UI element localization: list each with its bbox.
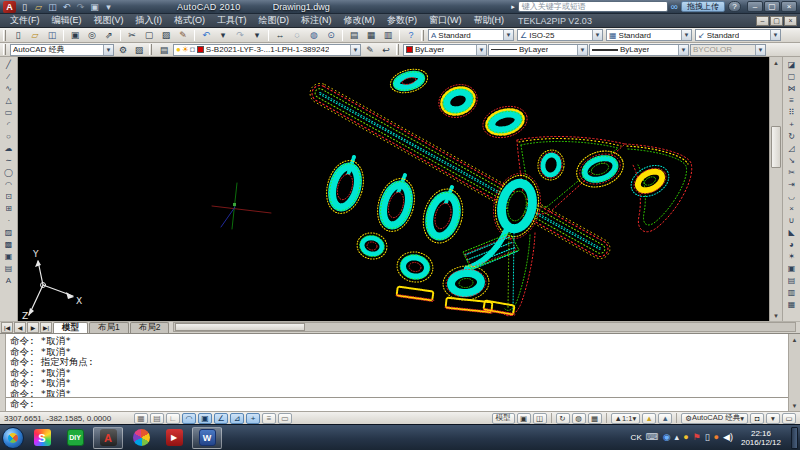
undo-menu-icon[interactable]: ▾ [215, 29, 231, 42]
coin-icon[interactable]: ● [683, 433, 688, 442]
linetype-combo[interactable]: ByLayer ▼ [488, 44, 588, 56]
toolbar-grip[interactable] [3, 30, 6, 41]
menu-item-6[interactable]: 绘图(D) [253, 14, 296, 27]
taskbar-app-word[interactable]: W [192, 427, 222, 449]
undo-icon[interactable]: ↶ [60, 1, 73, 13]
qp-toggle[interactable]: ▭ [278, 413, 292, 424]
menu-item-3[interactable]: 插入(I) [130, 14, 169, 27]
redo-icon[interactable]: ↷ [74, 1, 87, 13]
menu-item-4[interactable]: 格式(O) [168, 14, 211, 27]
toolbar-grip[interactable] [396, 44, 399, 55]
chevron-down-icon[interactable]: ▼ [770, 30, 780, 40]
start-button[interactable] [2, 427, 24, 449]
search-input[interactable]: 键入关键字或短语 [518, 1, 668, 12]
zoom-previous-icon[interactable]: ⊙ [323, 29, 339, 42]
vertical-scroll-thumb[interactable] [771, 126, 781, 168]
ime-indicator[interactable]: CK [631, 433, 642, 442]
layer-freeze-sun-icon[interactable]: ☀ [182, 45, 189, 54]
plot-icon[interactable]: ▣ [67, 29, 83, 42]
comm-collapse-icon[interactable]: ▸ [511, 3, 515, 11]
taskbar-app-autocad[interactable]: A [93, 427, 123, 449]
make-layer-current-icon[interactable]: ✎ [362, 43, 378, 56]
lwt-toggle[interactable]: ≡ [262, 413, 276, 424]
taskbar-app-pptv[interactable]: ▶ [159, 427, 189, 449]
toolbar-grip[interactable] [421, 30, 424, 41]
copy-icon[interactable]: ▢ [784, 70, 800, 82]
polyline-icon[interactable]: ∿ [1, 82, 17, 94]
dim-style-combo[interactable]: ∠ISO-25▼ [517, 29, 603, 41]
tray-expand-icon[interactable]: ▴ [675, 433, 680, 442]
gradient-icon[interactable]: ▩ [1, 238, 17, 250]
circle-icon[interactable]: ○ [1, 130, 17, 142]
rotate-icon[interactable]: ↻ [784, 130, 800, 142]
menu-item-10[interactable]: 窗口(W) [423, 14, 468, 27]
grid-toggle[interactable]: ▤ [150, 413, 164, 424]
point-icon[interactable]: ∙ [1, 214, 17, 226]
properties-icon[interactable]: ▤ [346, 29, 362, 42]
rectangle-icon[interactable]: ▭ [1, 106, 17, 118]
doc-restore-button[interactable]: ▢ [770, 16, 783, 26]
layer-previous-icon[interactable]: ↩ [378, 43, 394, 56]
revision-cloud-icon[interactable]: ☁ [1, 142, 17, 154]
extend-icon[interactable]: ⇥ [784, 178, 800, 190]
plot-preview-icon[interactable]: ◎ [84, 29, 100, 42]
tool-palettes-icon[interactable]: ▥ [380, 29, 396, 42]
help-icon[interactable]: ? [403, 29, 419, 42]
toolbar-grip[interactable] [149, 44, 152, 55]
polygon-icon[interactable]: △ [1, 94, 17, 106]
erase-icon[interactable]: ◪ [784, 58, 800, 70]
construction-line-icon[interactable]: ⁄ [1, 70, 17, 82]
table-icon[interactable]: ▤ [1, 262, 17, 274]
toolbar-lock-button[interactable]: ◘ [750, 413, 764, 424]
exchange-icon[interactable]: ∞ [671, 1, 678, 12]
layer-on-bulb-icon[interactable]: ● [176, 45, 181, 54]
designcenter-icon[interactable]: ▦ [363, 29, 379, 42]
polar-toggle[interactable]: ◠ [182, 413, 196, 424]
toolbar-grip[interactable] [3, 44, 6, 55]
zoom-window-icon[interactable]: ◍ [306, 29, 322, 42]
plot-icon[interactable]: ▣ [88, 1, 101, 13]
mirror-icon[interactable]: ⋈ [784, 82, 800, 94]
ellipse-arc-icon[interactable]: ◠ [1, 178, 17, 190]
scroll-down-icon[interactable]: ▼ [770, 310, 782, 321]
tab-nav-1[interactable]: ◀ [14, 322, 26, 333]
pan-tool-button[interactable]: ↻ [556, 413, 570, 424]
menu-item-2[interactable]: 视图(V) [88, 14, 130, 27]
snap-toggle[interactable]: ▦ [134, 413, 148, 424]
device-icon[interactable]: ▯ [705, 433, 710, 442]
break-icon[interactable]: × [784, 202, 800, 214]
annotation-autoscale-button[interactable]: ▲ [658, 413, 672, 424]
status-menu-button[interactable]: ▾ [766, 413, 780, 424]
menu-item-9[interactable]: 参数(P) [381, 14, 423, 27]
keyboard-icon[interactable]: ⌨ [646, 433, 659, 442]
horizontal-scroll-thumb[interactable] [175, 323, 305, 331]
break-at-point-icon[interactable]: ◡ [784, 190, 800, 202]
tab-nav-2[interactable]: ▶ [27, 322, 39, 333]
menu-item-5[interactable]: 工具(T) [211, 14, 253, 27]
ellipse-icon[interactable]: ◯ [1, 166, 17, 178]
close-button[interactable]: × [781, 1, 797, 12]
mtext-icon[interactable]: A [1, 274, 17, 286]
model-space-button[interactable]: 模型 [492, 413, 515, 424]
messenger-icon[interactable]: ◉ [663, 433, 671, 442]
navigation-button[interactable]: ▦ [588, 413, 602, 424]
annotation-visibility-button[interactable]: ▲ [642, 413, 656, 424]
text-style-combo[interactable]: AStandard▼ [428, 29, 514, 41]
work-space-switch-button[interactable]: ⚙ AutoCAD 经典 ▾ [681, 413, 748, 424]
zoom-tool-button[interactable]: ◍ [572, 413, 586, 424]
tab-模型[interactable]: 模型 [53, 322, 88, 333]
make-block-icon[interactable]: ⊞ [1, 202, 17, 214]
scale-icon[interactable]: ◿ [784, 142, 800, 154]
pan-icon[interactable]: ↔ [272, 29, 288, 42]
chevron-down-icon[interactable]: ▼ [476, 45, 486, 55]
match-properties-icon[interactable]: ✎ [175, 29, 191, 42]
drawing-canvas[interactable]: YXZ [18, 57, 769, 321]
table-style-combo[interactable]: ▦Standard▼ [606, 29, 692, 41]
open-file-icon[interactable]: ▱ [32, 1, 45, 13]
lineweight-combo[interactable]: ByLayer ▼ [589, 44, 689, 56]
tab-nav-3[interactable]: ▶| [40, 322, 52, 333]
autocad-logo-icon[interactable]: A [3, 1, 16, 13]
redo-icon[interactable]: ↷ [232, 29, 248, 42]
zoom-realtime-icon[interactable]: ◌ [289, 29, 305, 42]
menu-item-1[interactable]: 编辑(E) [46, 14, 88, 27]
